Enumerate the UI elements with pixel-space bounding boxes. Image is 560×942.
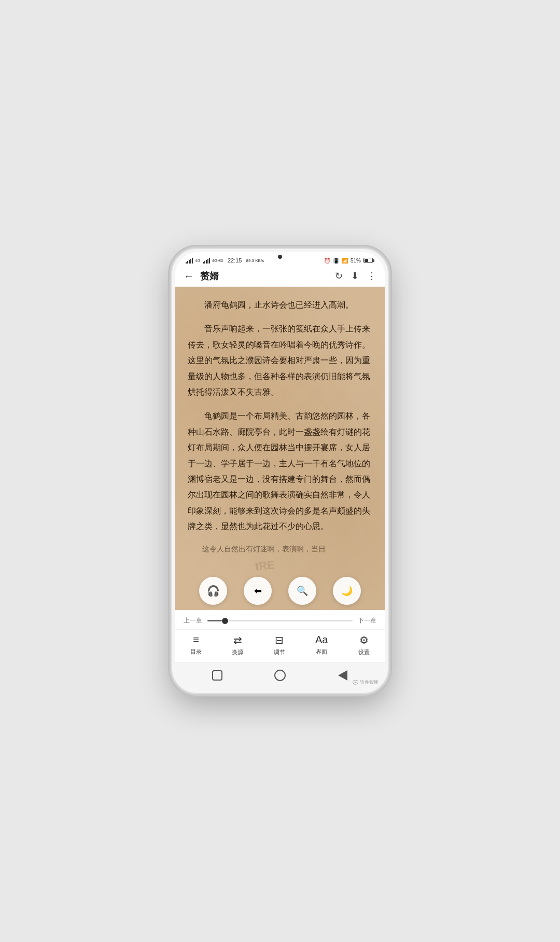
paragraph-3: 龟鹤园是一个布局精美、古韵悠然的园林，各种山石水路、廊院亭台，此时一盏盏绘有灯谜… — [188, 408, 372, 534]
paragraph-4: 这令人自然出有灯迷啊，表演啊，当日 — [188, 543, 372, 557]
download-button[interactable]: ⬇ — [351, 270, 359, 282]
adjust-icon: ⊟ — [275, 634, 284, 646]
time-display: 22:15 — [228, 257, 242, 264]
watermark-text: 软件智库 — [360, 679, 379, 686]
circle-icon — [274, 670, 286, 681]
phone-screen: 4G 4GHD 22:15 89.3 KB/s ⏰ 📳 📶 51% — [175, 252, 385, 690]
more-button[interactable]: ⋮ — [367, 270, 376, 282]
reading-content: 潘府龟鹤园，止水诗会也已经进入高潮。 音乐声响起来，一张张的笺纸在众人手上传来传… — [175, 287, 385, 610]
watermark-icon: 💬 — [353, 680, 358, 685]
battery-icon — [363, 258, 374, 263]
paragraph-1: 潘府龟鹤园，止水诗会也已经进入高潮。 — [188, 297, 372, 313]
toolbar-settings[interactable]: ⚙ 设置 — [358, 634, 370, 656]
alarm-icon: ⏰ — [324, 258, 330, 264]
source-icon: ⇄ — [233, 634, 242, 646]
search-button[interactable]: 🔍 — [288, 577, 316, 605]
watermark: 💬 软件智库 — [353, 679, 379, 686]
paragraph-2: 音乐声响起来，一张张的笺纸在众人手上传来传去，歌女轻灵的嗓音在吟唱着今晚的优秀诗… — [188, 321, 372, 400]
network-type-2: 4GHD — [212, 258, 223, 263]
progress-fill — [207, 620, 222, 621]
progress-dot — [222, 618, 228, 624]
adjust-label: 调节 — [274, 648, 285, 656]
settings-icon: ⚙ — [359, 634, 369, 646]
audio-button[interactable]: 🎧 — [199, 577, 227, 605]
signal-bars-2 — [203, 258, 210, 264]
back-button[interactable]: ← — [184, 270, 194, 282]
toolbar: ≡ 目录 ⇄ 换源 ⊟ 调节 Aa 界面 ⚙ 设置 — [175, 629, 385, 662]
nav-icons: ↻ ⬇ ⋮ — [335, 270, 376, 282]
floating-buttons: 🎧 ⬅ 🔍 🌙 — [175, 577, 385, 605]
toolbar-source[interactable]: ⇄ 换源 — [232, 634, 243, 656]
camera-notch — [264, 252, 296, 261]
status-left: 4G 4GHD 22:15 89.3 KB/s — [186, 257, 264, 264]
toc-icon: ≡ — [193, 634, 199, 646]
reading-area[interactable]: 潘府龟鹤园，止水诗会也已经进入高潮。 音乐声响起来，一张张的笺纸在众人手上传来传… — [175, 287, 385, 610]
settings-label: 设置 — [358, 648, 370, 656]
home-button[interactable] — [273, 668, 287, 683]
back-nav-button[interactable] — [335, 668, 350, 683]
progress-bar[interactable] — [207, 620, 353, 621]
chapter-nav: 上一章 下一章 — [175, 610, 385, 629]
ui-label: 界面 — [316, 648, 327, 656]
back-reading-button[interactable]: ⬅ — [244, 577, 272, 605]
moon-icon: 🌙 — [341, 585, 353, 597]
speed-display: 89.3 KB/s — [246, 258, 264, 263]
toolbar-ui[interactable]: Aa 界面 — [315, 634, 328, 656]
signal-bars — [186, 258, 193, 264]
nav-bar: ← 赘婿 ↻ ⬇ ⋮ — [175, 266, 385, 287]
back-arrow-icon: ⬅ — [254, 585, 262, 597]
prev-chapter-label[interactable]: 上一章 — [184, 616, 202, 625]
page-title: 赘婿 — [200, 270, 335, 282]
wifi-icon: 📶 — [342, 258, 348, 264]
recent-apps-button[interactable] — [210, 668, 225, 683]
ui-icon: Aa — [315, 634, 328, 646]
next-chapter-label[interactable]: 下一章 — [358, 616, 376, 625]
bottom-controls: 上一章 下一章 ≡ 目录 ⇄ 换源 ⊟ 调节 — [175, 610, 385, 690]
refresh-button[interactable]: ↻ — [335, 270, 343, 282]
toolbar-adjust[interactable]: ⊟ 调节 — [274, 634, 285, 656]
status-right: ⏰ 📳 📶 51% — [324, 258, 374, 264]
triangle-icon — [338, 670, 347, 681]
search-icon: 🔍 — [297, 585, 308, 597]
square-icon — [212, 670, 222, 681]
vibrate-icon: 📳 — [333, 258, 339, 264]
toc-label: 目录 — [190, 648, 202, 656]
night-mode-button[interactable]: 🌙 — [333, 577, 361, 605]
home-nav — [175, 662, 385, 690]
phone-frame: 4G 4GHD 22:15 89.3 KB/s ⏰ 📳 📶 51% — [171, 248, 389, 694]
headphone-icon: 🎧 — [207, 585, 220, 597]
camera-dot — [278, 255, 282, 259]
toolbar-toc[interactable]: ≡ 目录 — [190, 634, 202, 656]
battery-pct: 51% — [351, 258, 361, 264]
source-label: 换源 — [232, 648, 243, 656]
network-type: 4G — [195, 258, 201, 263]
